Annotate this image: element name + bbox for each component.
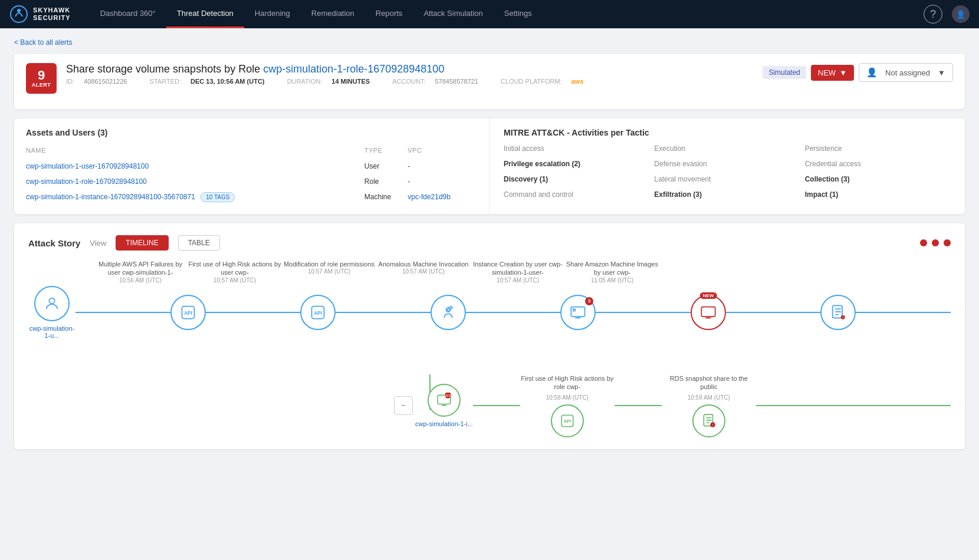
node-machine[interactable]: 3	[560, 295, 596, 330]
mitre-grid: Initial access Execution Persistence Pri…	[504, 144, 951, 199]
nav-threat-detection[interactable]: Threat Detection	[166, 0, 244, 28]
connector-7	[856, 312, 951, 313]
minus-node[interactable]: −	[394, 396, 413, 415]
simulated-badge: Simulated	[763, 66, 806, 79]
nav-settings[interactable]: Settings	[494, 0, 543, 28]
instance-bottom-label[interactable]: cwp-simulation-1-i...	[415, 420, 473, 427]
node-instance-bottom[interactable]: NEW	[428, 384, 461, 417]
col-type: TYPE	[364, 144, 408, 159]
vpc-link[interactable]: vpc-fde21d9b	[408, 193, 451, 201]
bottom-node-2: RDS snapshot share to the public 10:59 A…	[662, 374, 756, 438]
alert-id-value: 408615021226	[84, 78, 127, 85]
logo-icon	[9, 5, 28, 24]
doc-icon: !	[830, 304, 846, 321]
green-connector-1	[473, 405, 520, 406]
nav-remediation[interactable]: Remediation	[301, 0, 365, 28]
logo: SKYHAWKSECURITY	[9, 5, 71, 24]
node-api-2[interactable]: API	[300, 295, 336, 330]
svg-text:NEW: NEW	[444, 394, 452, 397]
node-role[interactable]	[431, 295, 466, 330]
timeline-area: Multiple AWS API Failures by user cwp-si…	[28, 260, 951, 437]
alert-platform-label: CLOUD PLATFORM:	[501, 78, 562, 85]
tnode-label-3: Modification of role permissions 10:57 A…	[282, 260, 376, 284]
nav-items: Dashboard 360° Threat Detection Hardenin…	[90, 0, 924, 28]
alert-meta: ID: 408615021226 STARTED: DEC 13, 10:56 …	[66, 78, 753, 85]
alert-started-label: STARTED:	[150, 78, 181, 85]
green-connector-2	[615, 405, 662, 406]
alert-header: 9 ALERT Share storage volume snapshots b…	[26, 63, 953, 94]
node-user[interactable]	[34, 286, 70, 321]
timeline-main-row: cwp-simulation-1-u... API API	[28, 286, 951, 339]
machine-alert-badge: 3	[585, 297, 593, 305]
mitre-cell-1: Execution	[654, 144, 800, 153]
user-icon-svg	[44, 295, 60, 312]
user-node-label[interactable]: cwp-simulation-1-u...	[28, 325, 75, 339]
new-status-button[interactable]: NEW ▼	[811, 65, 854, 81]
tnode-label-4: Anomalous Machine Invocation 10:57 AM (U…	[376, 260, 471, 284]
role-icon	[440, 304, 456, 321]
connector-6	[726, 312, 821, 313]
node-ami[interactable]: !	[820, 295, 856, 330]
tab-timeline[interactable]: TIMELINE	[116, 235, 168, 251]
new-badge: NEW	[700, 292, 717, 299]
alert-account-label: ACCOUNT:	[392, 78, 425, 85]
timeline-top-labels: Multiple AWS API Failures by user cwp-si…	[28, 260, 951, 284]
alert-severity-label: ALERT	[32, 82, 51, 88]
svg-point-1	[17, 9, 21, 12]
user-icon: 👤	[866, 67, 878, 78]
navbar: SKYHAWKSECURITY Dashboard 360° Threat De…	[0, 0, 979, 28]
alert-duration-value: 14 MINUTES	[331, 78, 370, 85]
alert-title-link[interactable]: cwp-simulation-1-role-1670928948100	[263, 63, 444, 75]
mitre-cell-5: Credential access	[805, 160, 951, 168]
asset-type-2: Role	[364, 174, 408, 189]
bottom-branch-area: − NEW cwp-simulation-1-i...	[28, 374, 951, 438]
svg-rect-10	[701, 307, 715, 316]
node-bottom-api[interactable]: API	[551, 404, 584, 437]
user-start-node: cwp-simulation-1-u...	[28, 286, 75, 339]
mitre-cell-8: Collection (3)	[805, 175, 951, 183]
rds-icon: !	[701, 413, 717, 429]
nav-hardening[interactable]: Hardening	[244, 0, 301, 28]
green-connector-3	[756, 405, 951, 406]
mitre-cell-6: Discovery (1)	[504, 175, 649, 183]
dot-2	[932, 239, 939, 246]
svg-rect-9	[573, 309, 576, 311]
alert-severity-number: 9	[38, 69, 45, 82]
svg-text:API: API	[314, 310, 322, 315]
dot-1	[920, 239, 927, 246]
api-icon-2: API	[310, 304, 326, 321]
alert-card: 9 ALERT Share storage volume snapshots b…	[14, 54, 965, 109]
assets-table: NAME TYPE VPC cwp-simulation-1-user-1670…	[26, 144, 477, 205]
nav-dashboard[interactable]: Dashboard 360°	[90, 0, 166, 28]
connector-5	[596, 312, 691, 313]
alert-started-value: DEC 13, 10:56 AM (UTC)	[190, 78, 265, 85]
node-instance[interactable]: NEW	[691, 295, 726, 330]
bottom-api-icon: API	[560, 413, 575, 429]
mitre-cell-4: Defense evasion	[654, 160, 800, 168]
alert-title-prefix: Share storage volume snapshots by Role	[66, 63, 260, 75]
nav-reports[interactable]: Reports	[365, 0, 413, 28]
mitre-cell-3: Privilege escalation (2)	[504, 160, 649, 168]
assign-button[interactable]: 👤 Not assigned ▼	[859, 63, 953, 82]
api-icon-1: API	[180, 304, 196, 321]
back-link[interactable]: < Back to all alerts	[14, 38, 72, 47]
svg-rect-8	[571, 307, 585, 316]
node-bottom-rds[interactable]: !	[692, 404, 725, 437]
asset-link-3[interactable]: cwp-simulation-1-instance-1670928948100-…	[26, 193, 195, 201]
avatar[interactable]: 👤	[952, 5, 970, 23]
node-api-1[interactable]: API	[170, 295, 206, 330]
connector-1	[75, 312, 170, 313]
asset-type-1: User	[364, 159, 408, 174]
alert-platform-value: aws	[571, 78, 584, 85]
help-icon[interactable]: ?	[924, 5, 942, 24]
instance-icon	[700, 304, 717, 321]
alert-severity-badge: 9 ALERT	[26, 63, 57, 94]
tags-badge[interactable]: 10 TAGS	[201, 192, 235, 202]
tab-table[interactable]: TABLE	[178, 235, 220, 251]
story-header: Attack Story View TIMELINE TABLE	[28, 235, 951, 251]
mitre-cell-2: Persistence	[805, 144, 951, 153]
nav-attack-simulation[interactable]: Attack Simulation	[413, 0, 493, 28]
chevron-down-icon: ▼	[839, 68, 847, 77]
asset-link-2[interactable]: cwp-simulation-1-role-1670928948100	[26, 177, 147, 186]
asset-link-1[interactable]: cwp-simulation-1-user-1670928948100	[26, 162, 149, 170]
